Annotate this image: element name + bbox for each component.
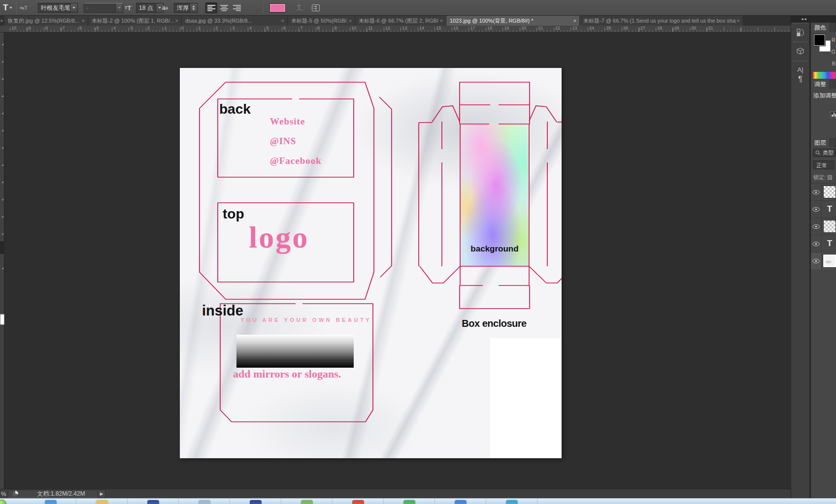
chevron-down-icon bbox=[9, 7, 12, 9]
anti-alias-spinner[interactable] bbox=[190, 3, 197, 12]
tab-close-icon[interactable]: × bbox=[439, 18, 446, 24]
collapse-dock-icon[interactable]: ◄◄ bbox=[801, 17, 806, 21]
divider bbox=[821, 252, 822, 270]
clipped-tab-close-icon[interactable]: × bbox=[0, 16, 4, 26]
color-spectrum-ramp[interactable] bbox=[813, 72, 836, 79]
tab-close-icon[interactable]: × bbox=[81, 18, 88, 24]
tab-layers[interactable]: 图层 bbox=[811, 138, 830, 147]
align-center-button[interactable] bbox=[218, 2, 230, 13]
layer-thumbnail-image[interactable] bbox=[823, 254, 836, 267]
text-orientation-icon[interactable]: ⇋T bbox=[20, 0, 28, 16]
inside-panel-label: inside bbox=[202, 303, 243, 319]
lock-transparent-icon[interactable] bbox=[828, 175, 832, 180]
toggle-panels-icon[interactable] bbox=[312, 4, 320, 11]
blend-mode-select[interactable]: 正常 bbox=[813, 160, 835, 169]
document-tab[interactable]: 未标题-2 @ 100% (图层 1, RGB/...× bbox=[88, 16, 182, 26]
font-size-icon: TT bbox=[125, 0, 131, 16]
type-tool-preset[interactable]: T bbox=[1, 0, 14, 16]
divider bbox=[821, 235, 822, 252]
channel-label-b: B bbox=[831, 58, 836, 69]
document-tab[interactable]: 未标题-7 @ 66.7% (1.Send us your logo and t… bbox=[580, 16, 743, 26]
taskbar-app-green[interactable] bbox=[403, 500, 415, 504]
taskbar-app-navy[interactable] bbox=[250, 500, 262, 504]
taskbar-app-window-dark[interactable] bbox=[147, 500, 159, 504]
taskbar-app-red[interactable] bbox=[352, 500, 364, 504]
tab-close-icon[interactable]: × bbox=[348, 18, 355, 24]
tab-styles-partial[interactable] bbox=[830, 79, 835, 89]
document-tab[interactable]: 未标题-5 @ 50%(RGB/...× bbox=[288, 16, 355, 26]
ruler-tick-label: 1 bbox=[165, 26, 167, 31]
status-options-arrow-button[interactable]: ▶ bbox=[98, 490, 105, 498]
document-canvas[interactable]: back Website @INS @Facebook top logo ins… bbox=[180, 68, 562, 458]
taskbar-app-green-leaf[interactable] bbox=[301, 500, 313, 504]
tools-panel-edge[interactable] bbox=[0, 32, 4, 489]
taskbar-cell bbox=[128, 499, 179, 504]
layer-row[interactable]: T bbox=[811, 200, 836, 218]
layer-thumbnail-checker[interactable] bbox=[823, 186, 836, 198]
taskbar-app-folder[interactable] bbox=[96, 500, 108, 504]
font-family-value: 叶根友毛笔... bbox=[38, 4, 70, 12]
tab-swatches-partial[interactable] bbox=[830, 23, 835, 32]
ruler-tick-label: 13 bbox=[402, 26, 407, 31]
align-right-button[interactable] bbox=[231, 2, 243, 13]
layer-visibility-eye-icon[interactable] bbox=[811, 224, 821, 229]
taskbar-app-arrow[interactable] bbox=[506, 500, 518, 504]
ruler-tick-label: 6 bbox=[283, 26, 286, 31]
layer-visibility-eye-icon[interactable] bbox=[811, 207, 821, 212]
anti-alias-value: 浑厚 bbox=[174, 4, 190, 12]
start-button[interactable] bbox=[0, 500, 6, 504]
layer-visibility-eye-icon[interactable] bbox=[811, 242, 821, 246]
layer-visibility-eye-icon[interactable] bbox=[811, 259, 821, 263]
tool-corner-triangle bbox=[1, 147, 3, 149]
layer-row[interactable]: T bbox=[811, 235, 836, 252]
layer-visibility-eye-icon[interactable] bbox=[811, 190, 821, 194]
taskbar-cell bbox=[333, 499, 384, 504]
text-color-swatch[interactable] bbox=[269, 3, 286, 12]
layer-row[interactable] bbox=[811, 218, 836, 235]
ruler-tick-label: 12 bbox=[385, 26, 390, 31]
layer-thumbnail-text[interactable]: T bbox=[823, 237, 836, 250]
tool-corner-triangle bbox=[1, 112, 3, 114]
levels-adjustment-icon[interactable] bbox=[830, 111, 836, 118]
ruler-tick-label: 30 bbox=[691, 26, 696, 31]
document-tab[interactable]: 1023.jpg @ 100%(背景, RGB/8#) *× bbox=[446, 16, 580, 26]
search-icon bbox=[815, 150, 821, 156]
foreground-color-swatch[interactable] bbox=[814, 34, 825, 46]
layer-row[interactable] bbox=[811, 183, 836, 200]
tab-close-icon[interactable]: × bbox=[572, 18, 579, 24]
anti-alias-select[interactable]: 浑厚 bbox=[174, 3, 198, 13]
font-size-select[interactable]: 18 点 bbox=[136, 3, 164, 13]
tab-color[interactable]: 颜色 bbox=[811, 23, 830, 32]
ruler-tick-label: 7 bbox=[301, 26, 303, 31]
zoom-percent-fragment[interactable]: % bbox=[1, 491, 6, 498]
taskbar-app-window-gray[interactable] bbox=[199, 500, 210, 504]
3d-panel-button[interactable] bbox=[793, 41, 807, 61]
tab-adjustments[interactable]: 调整 bbox=[811, 79, 830, 89]
document-tab[interactable]: 恢复的.jpg @ 12.5%(RGB/8...× bbox=[4, 16, 88, 26]
document-info-chip[interactable]: 文档:1.82M/2.42M bbox=[8, 490, 104, 498]
taskbar-app-ie[interactable] bbox=[45, 500, 57, 504]
taskbar-app-blue[interactable] bbox=[455, 500, 467, 504]
character-panel-icon[interactable]: A| bbox=[793, 66, 807, 73]
tab-channels-partial[interactable] bbox=[830, 138, 835, 147]
layer-thumbnail-checker[interactable] bbox=[823, 220, 836, 233]
document-tab[interactable]: dsaa.jpg @ 33.3%(RGB/8...× bbox=[182, 16, 288, 26]
document-tab[interactable]: 未标题-6 @ 66.7% (图层 2, RGB/...× bbox=[355, 16, 446, 26]
layer-filter-select[interactable]: 类型 bbox=[813, 149, 836, 157]
tool-corner-triangle bbox=[1, 233, 3, 235]
layer-row[interactable] bbox=[811, 252, 836, 269]
layer-thumbnail-text[interactable]: T bbox=[823, 203, 836, 216]
font-family-dropdown-button[interactable] bbox=[70, 3, 77, 12]
ruler-tick-label: 17 bbox=[470, 26, 475, 31]
tab-close-icon[interactable]: × bbox=[736, 18, 743, 24]
align-left-button[interactable] bbox=[205, 2, 217, 13]
paragraph-panel-icon[interactable]: ¶ bbox=[793, 75, 807, 84]
layer-filter-row: 类型 bbox=[811, 147, 836, 158]
tab-close-icon[interactable]: × bbox=[174, 18, 181, 24]
tool-corner-triangle bbox=[1, 129, 3, 131]
styles-panel-button[interactable] bbox=[793, 23, 807, 41]
tab-close-icon[interactable]: × bbox=[280, 18, 287, 24]
ruler-tick-label: 2 bbox=[215, 26, 218, 31]
font-family-select[interactable]: 叶根友毛笔... bbox=[38, 3, 78, 13]
document-tab-label: 未标题-5 @ 50%(RGB/... bbox=[288, 17, 348, 25]
